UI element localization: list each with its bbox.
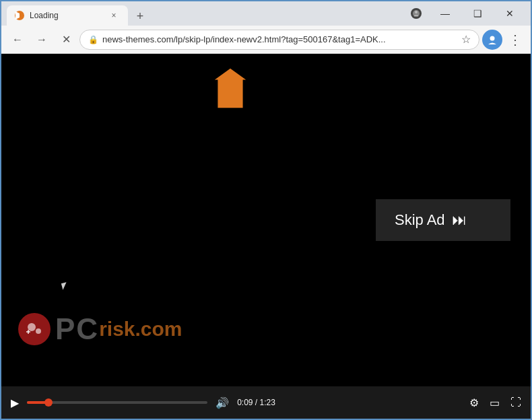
svg-point-2	[415, 11, 418, 13]
navigation-bar: ← → ✕ 🔒 news-themes.com/lp/skip-lp/index…	[1, 26, 531, 54]
restore-button[interactable]: ❑	[462, 3, 493, 24]
new-tab-button[interactable]: +	[131, 7, 149, 26]
active-tab[interactable]: Loading ×	[7, 5, 128, 26]
tab-close-button[interactable]: ×	[108, 9, 120, 22]
video-controls-bar: ▶ 🔊 0:09 / 1:23 ⚙ ▭ ⛶	[1, 386, 531, 419]
watermark-logo	[15, 312, 54, 346]
play-button[interactable]: ▶	[8, 394, 22, 412]
tab-strip: Loading × +	[7, 1, 399, 26]
video-content: Skip Ad ⏭ PC risk.com	[1, 54, 531, 386]
volume-button[interactable]: 🔊	[213, 394, 232, 412]
close-button[interactable]: ✕	[494, 3, 525, 24]
progress-dot	[44, 398, 53, 407]
skip-ad-icon: ⏭	[452, 211, 467, 229]
progress-bar[interactable]	[27, 401, 207, 404]
svg-point-7	[36, 328, 41, 334]
reload-stop-button[interactable]: ✕	[55, 29, 77, 50]
watermark: PC risk.com	[15, 312, 182, 346]
profile-button[interactable]	[482, 30, 502, 50]
tab-favicon	[15, 11, 24, 20]
fullscreen-button[interactable]: ⛶	[508, 394, 524, 411]
browser-window: Loading × + — ❑ ✕ ← → ✕ 🔒	[0, 0, 532, 420]
time-display: 0:09 / 1:23	[237, 398, 275, 407]
video-area: Skip Ad ⏭ PC risk.com ▶	[1, 54, 531, 419]
watermark-pc-text: PC	[55, 312, 99, 346]
nav-right-controls: ⋮	[482, 29, 525, 50]
settings-button[interactable]: ⚙	[467, 394, 481, 412]
orange-arrow-indicator	[210, 67, 251, 111]
minimize-button[interactable]: —	[430, 3, 461, 24]
address-bar[interactable]: 🔒 news-themes.com/lp/skip-lp/index-newv2…	[79, 30, 479, 50]
time-separator: /	[255, 398, 260, 407]
watermark-domain: risk.com	[99, 318, 182, 341]
menu-button[interactable]: ⋮	[504, 29, 525, 50]
bookmark-icon[interactable]: ☆	[461, 33, 471, 46]
shield-icon[interactable]	[404, 3, 428, 24]
url-text: news-themes.com/lp/skip-lp/index-newv2.h…	[102, 34, 457, 44]
forward-button[interactable]: →	[31, 29, 53, 50]
title-bar: Loading × + — ❑ ✕	[1, 1, 531, 26]
window-controls: — ❑ ✕	[404, 3, 525, 24]
total-time: 1:23	[260, 398, 275, 407]
svg-marker-4	[215, 69, 246, 108]
skip-ad-button[interactable]: Skip Ad ⏭	[376, 199, 510, 241]
tab-title: Loading	[30, 11, 102, 20]
miniplayer-button[interactable]: ▭	[487, 394, 502, 412]
right-controls: ⚙ ▭ ⛶	[467, 394, 524, 412]
security-lock-icon: 🔒	[88, 35, 98, 44]
back-button[interactable]: ←	[7, 29, 28, 50]
svg-point-3	[490, 36, 495, 40]
skip-ad-label: Skip Ad	[395, 211, 445, 229]
current-time: 0:09	[237, 398, 253, 407]
